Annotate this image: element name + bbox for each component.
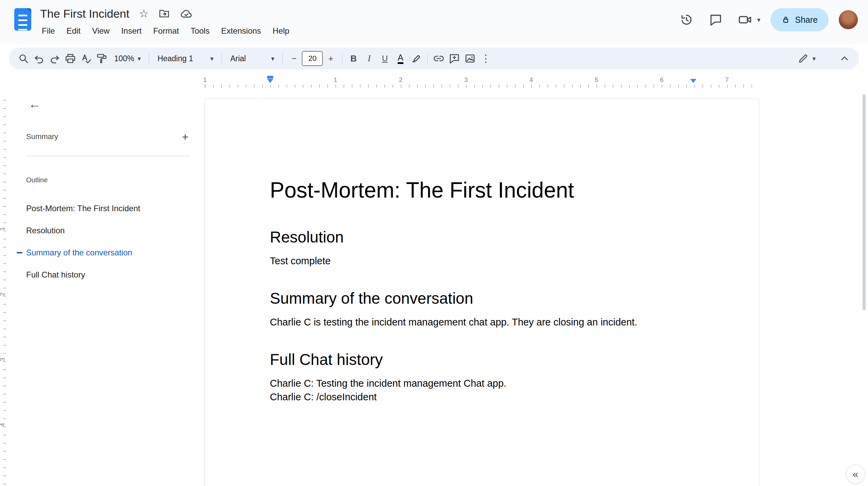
docs-logo-icon[interactable]: [14, 8, 31, 31]
document-title[interactable]: The First Incident: [40, 7, 129, 20]
editing-mode-select[interactable]: ▾: [793, 51, 820, 66]
outline-item-label: Post-Mortem: The First Incident: [26, 204, 140, 213]
video-call-caret-icon[interactable]: ▾: [757, 17, 761, 23]
print-icon[interactable]: [63, 51, 77, 66]
outline-item-label: Full Chat history: [26, 270, 85, 280]
toolbar-divider: [222, 53, 222, 64]
ruler-number: 1: [203, 76, 207, 84]
ruler-number: 5: [595, 76, 598, 84]
toolbar-divider: [342, 53, 342, 64]
cloud-saved-icon[interactable]: [180, 7, 193, 20]
doc-paragraph[interactable]: Charlie C is testing the incident manage…: [270, 315, 693, 329]
highlight-color-icon[interactable]: [409, 51, 423, 66]
menu-insert[interactable]: Insert: [116, 24, 147, 38]
side-panel-toggle-button[interactable]: «: [846, 465, 865, 484]
doc-heading-2[interactable]: Summary of the conversation: [270, 289, 693, 308]
star-icon[interactable]: ☆: [139, 8, 149, 19]
app-header: The First Incident ☆ File Edit View Inse…: [0, 0, 868, 44]
toolbar-divider: [427, 53, 428, 64]
outline-item-label: Summary of the conversation: [26, 248, 132, 257]
decrease-font-size-button[interactable]: −: [287, 51, 301, 66]
insert-link-icon[interactable]: [432, 51, 446, 66]
search-menus-icon[interactable]: [16, 51, 31, 66]
italic-button[interactable]: I: [362, 51, 376, 66]
doc-heading-2[interactable]: Resolution: [270, 228, 693, 247]
comments-icon[interactable]: [706, 10, 725, 29]
underline-button[interactable]: U: [378, 51, 392, 66]
outline-item[interactable]: Post-Mortem: The First Incident: [17, 197, 190, 219]
text-color-button[interactable]: A: [393, 51, 407, 66]
outline-item[interactable]: Resolution: [17, 219, 190, 241]
menu-edit[interactable]: Edit: [61, 24, 86, 38]
text-color-label: A: [398, 53, 403, 64]
font-family-select[interactable]: Arial ▾: [226, 51, 278, 66]
ruler-number: 1: [334, 76, 337, 84]
vruler-number: 1: [0, 227, 6, 231]
document-page[interactable]: Post-Mortem: The First Incident Resoluti…: [204, 99, 759, 486]
first-line-indent-marker[interactable]: [267, 76, 273, 79]
ruler-number: 6: [660, 76, 664, 84]
more-options-icon[interactable]: ⋮: [479, 51, 493, 66]
redo-icon[interactable]: [48, 51, 62, 66]
lock-icon: [781, 15, 790, 24]
menubar: File Edit View Insert Format Tools Exten…: [36, 23, 295, 39]
doc-paragraph[interactable]: Charlie C: /closeIncident: [270, 390, 693, 404]
menu-extensions[interactable]: Extensions: [215, 24, 267, 38]
bold-button[interactable]: B: [346, 51, 361, 66]
vertical-ruler: 1 2 3 4: [0, 88, 10, 486]
outline-item[interactable]: Full Chat history: [17, 264, 190, 286]
zoom-select[interactable]: 100% ▾: [110, 51, 145, 66]
undo-icon[interactable]: [32, 51, 46, 66]
summary-section: Summary +: [26, 129, 193, 145]
add-summary-button[interactable]: +: [178, 129, 193, 144]
left-indent-marker[interactable]: [267, 79, 273, 83]
doc-heading-1[interactable]: Post-Mortem: The First Incident: [270, 177, 693, 203]
font-family-value: Arial: [230, 54, 246, 63]
style-caret-icon: ▾: [210, 55, 214, 62]
vertical-scrollbar-thumb[interactable]: [863, 94, 866, 310]
outline-item[interactable]: Summary of the conversation: [17, 241, 190, 264]
docs-logo-lines: [18, 15, 27, 30]
paragraph-style-value: Heading 1: [157, 54, 193, 63]
toolbar-divider: [282, 53, 283, 64]
vruler-number: 4: [0, 423, 6, 427]
doc-heading-2[interactable]: Full Chat history: [270, 350, 693, 369]
ruler-number: 3: [464, 76, 468, 84]
paint-format-icon[interactable]: [94, 51, 109, 66]
version-history-icon[interactable]: [677, 10, 696, 29]
collapse-left-icon: «: [853, 468, 858, 480]
toolbar: 100% ▾ Heading 1 ▾ Arial ▾ − + B I U A: [9, 48, 859, 69]
paragraph-style-select[interactable]: Heading 1 ▾: [153, 51, 218, 66]
menu-format[interactable]: Format: [147, 24, 185, 38]
panel-divider: [26, 156, 190, 156]
doc-paragraph[interactable]: Test complete: [270, 254, 693, 268]
outline-label: Outline: [26, 176, 48, 184]
horizontal-ruler[interactable]: 1 1 2 3 4 5 6 7: [204, 76, 759, 88]
insert-image-icon[interactable]: [463, 51, 477, 66]
docs-logo-fold: [27, 8, 31, 13]
summary-label: Summary: [26, 132, 58, 141]
increase-font-size-button[interactable]: +: [324, 51, 338, 66]
video-call-icon[interactable]: [735, 10, 754, 29]
spellcheck-icon[interactable]: [79, 51, 93, 66]
outline-panel: ← Summary + Outline Post-Mortem: The Fir…: [11, 88, 194, 486]
font-size-input[interactable]: [302, 51, 323, 66]
doc-paragraph[interactable]: Charlie C: Testing the incident manageme…: [270, 376, 693, 390]
add-comment-icon[interactable]: [447, 51, 462, 66]
menu-file[interactable]: File: [36, 24, 61, 38]
google-docs-app: The First Incident ☆ File Edit View Inse…: [0, 0, 868, 486]
menu-tools[interactable]: Tools: [185, 24, 215, 38]
move-folder-icon[interactable]: [158, 7, 170, 20]
menu-help[interactable]: Help: [267, 24, 295, 38]
video-call-control[interactable]: ▾: [735, 10, 761, 29]
zoom-value: 100%: [114, 54, 134, 63]
font-caret-icon: ▾: [271, 55, 275, 62]
collapse-toolbar-icon[interactable]: [837, 51, 852, 66]
vertical-ruler-ticks: [3, 98, 6, 486]
share-button[interactable]: Share: [770, 8, 829, 31]
close-outline-back-icon[interactable]: ←: [27, 96, 43, 112]
menu-view[interactable]: View: [86, 24, 116, 38]
right-indent-marker[interactable]: [690, 79, 696, 83]
avatar[interactable]: [839, 10, 858, 29]
outline-item-label: Resolution: [26, 226, 65, 235]
